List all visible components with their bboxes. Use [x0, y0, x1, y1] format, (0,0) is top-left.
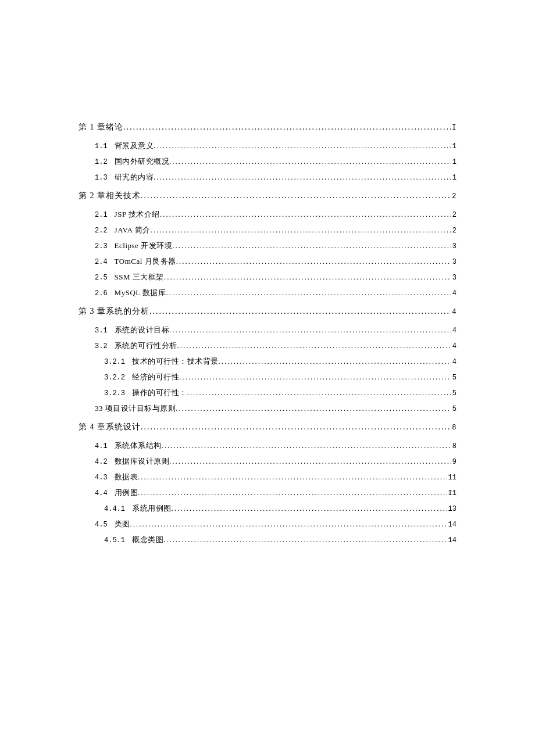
toc-entry-page: 9	[451, 458, 456, 466]
toc-entry-number: 4.4	[95, 489, 108, 497]
toc-entry-title: 概念类图	[132, 535, 163, 545]
toc-leader-dots	[151, 225, 451, 235]
toc-entry-title: JAVA 简介	[115, 225, 151, 235]
toc-leader-dots	[162, 441, 451, 450]
toc-entry-title: 背景及意义	[115, 141, 154, 151]
toc-entry-number: 3.2	[95, 342, 108, 350]
toc-entry-number: 4.3	[95, 474, 108, 482]
toc-leader-dots	[166, 288, 451, 298]
toc-entry: 4.2 数据库设计原则 9	[79, 456, 456, 467]
toc-leader-dots	[123, 123, 451, 132]
toc-leader-dots	[177, 341, 451, 350]
toc-entry-page: 14	[447, 521, 456, 529]
toc-leader-dots	[141, 191, 451, 200]
toc-entry-number: 第 1 章绪论	[79, 122, 123, 132]
toc-entry: 4.1 系统体系结构 8	[79, 440, 456, 451]
toc-entry-page: 2	[451, 211, 456, 219]
toc-entry-page: 8	[451, 424, 456, 432]
toc-entry: 2.6 MySQL 数据库 4	[79, 288, 456, 298]
toc-entry-title: 国内外研究概况	[115, 156, 170, 167]
toc-entry-page: 2	[451, 192, 456, 200]
toc-entry: 3.2.1 技术的可行性：技术背景 4	[79, 356, 456, 367]
toc-entry-page: 2	[451, 227, 456, 235]
toc-entry-page: 3	[451, 242, 456, 250]
toc-entry-number: 3.2.3	[104, 389, 125, 397]
toc-entry: 2.1 JSP 技术介绍 2	[79, 209, 456, 220]
toc-entry: 4.3 数据表 11	[79, 472, 456, 482]
toc-entry-number: 4.2	[95, 458, 108, 466]
toc-leader-dots	[138, 472, 447, 482]
toc-entry-page: 5	[451, 374, 456, 382]
toc-entry: 4.4 用例图 I1	[79, 488, 456, 498]
toc-entry-title: 经济的可行性	[132, 372, 179, 382]
toc-entry-number: 2.1	[95, 211, 108, 219]
toc-entry-title: 系统体系结构	[115, 440, 162, 451]
toc-entry-page: I	[451, 124, 456, 132]
toc-leader-dots	[141, 422, 451, 432]
toc-leader-dots	[163, 535, 447, 544]
toc-entry-page: 4	[451, 308, 456, 316]
toc-entry: 第 3 章系统的分析 4	[79, 306, 456, 317]
toc-entry-number: 4.4.1	[104, 505, 125, 513]
toc-entry-page: I1	[447, 489, 456, 497]
toc-leader-dots	[179, 372, 451, 382]
toc-entry: 第 4 章系统设计 8	[79, 422, 456, 432]
toc-entry-number: 2.2	[95, 227, 108, 235]
toc-entry-number: 3.2.1	[104, 358, 125, 366]
toc-entry: 33 项目设计目标与原则 5	[79, 403, 456, 414]
toc-entry-number: 2.3	[95, 242, 108, 250]
toc-entry-page: 8	[451, 442, 456, 450]
toc-leader-dots	[149, 307, 451, 316]
toc-entry-title: JSP 技术介绍	[115, 209, 160, 220]
toc-entry: 1.3 研宄的内容 1	[79, 172, 456, 182]
toc-entry-number: 3.2.2	[104, 374, 125, 382]
toc-entry: 2.3 Eclipse 开发环境 3	[79, 241, 456, 251]
toc-leader-dots	[169, 325, 451, 335]
toc-entry: 2.2 JAVA 简介 2	[79, 225, 456, 235]
toc-entry-page: 3	[451, 274, 456, 282]
toc-entry: 4.5.1 概念类图 14	[79, 535, 456, 545]
toc-entry-number: 2.4	[95, 258, 108, 266]
toc-entry-page: 4	[451, 289, 456, 298]
toc-entry-page: 4	[451, 342, 456, 350]
toc-entry: 3.2 系统的可行性分析 4	[79, 341, 456, 351]
toc-entry: 第 1 章绪论 I	[79, 122, 456, 132]
toc-entry-title: 用例图	[115, 488, 138, 498]
toc-entry-page: 5	[451, 389, 456, 397]
toc-leader-dots	[219, 357, 451, 366]
toc-entry: 3.2.2 经济的可行性 5	[79, 372, 456, 382]
toc-entry: 第 2 章相关技术 2	[79, 191, 456, 201]
toc-leader-dots	[160, 210, 451, 219]
toc-entry: 1.1 背景及意义 1	[79, 141, 456, 151]
toc-entry-title: 操作的可行性：	[132, 388, 187, 398]
toc-entry-page: 13	[447, 505, 456, 513]
toc-leader-dots	[154, 173, 451, 182]
toc-entry-number: 1.1	[95, 142, 108, 151]
toc-entry-page: 5	[451, 405, 456, 413]
toc-entry-page: 1	[451, 142, 456, 151]
toc-entry-title: 研宄的内容	[115, 172, 154, 182]
toc-entry-number: 4.5.1	[104, 536, 125, 544]
toc-entry-number: 33 项目设计目标与原则	[95, 403, 176, 414]
toc-entry-number: 1.2	[95, 158, 108, 166]
toc-leader-dots	[138, 488, 447, 497]
toc-leader-dots	[130, 519, 447, 529]
toc-entry-number: 第 3 章系统的分析	[79, 306, 149, 317]
toc-entry-title: MySQL 数据库	[115, 288, 166, 298]
toc-entry-number: 2.5	[95, 274, 108, 282]
toc-entry-page: 4	[451, 358, 456, 366]
toc-entry-page: 14	[447, 536, 456, 544]
toc-entry: 3.1 系统的设计目标 4	[79, 325, 456, 335]
toc-entry-title: 系统的可行性分析	[115, 341, 177, 351]
toc-leader-dots	[154, 141, 451, 151]
toc-entry-number: 3.1	[95, 327, 108, 335]
toc-entry: 2.5 SSM 三大框架 3	[79, 272, 456, 282]
toc-entry-number: 第 2 章相关技术	[79, 191, 141, 201]
toc-entry-number: 第 4 章系统设计	[79, 422, 141, 432]
toc-entry-page: 1	[451, 158, 456, 166]
toc-entry-title: 数据库设计原则	[115, 456, 170, 467]
toc-leader-dots	[169, 457, 451, 466]
toc-entry-number: 4.1	[95, 442, 108, 450]
toc-entry-number: 2.6	[95, 289, 108, 298]
toc-entry-page: 1	[451, 174, 456, 182]
